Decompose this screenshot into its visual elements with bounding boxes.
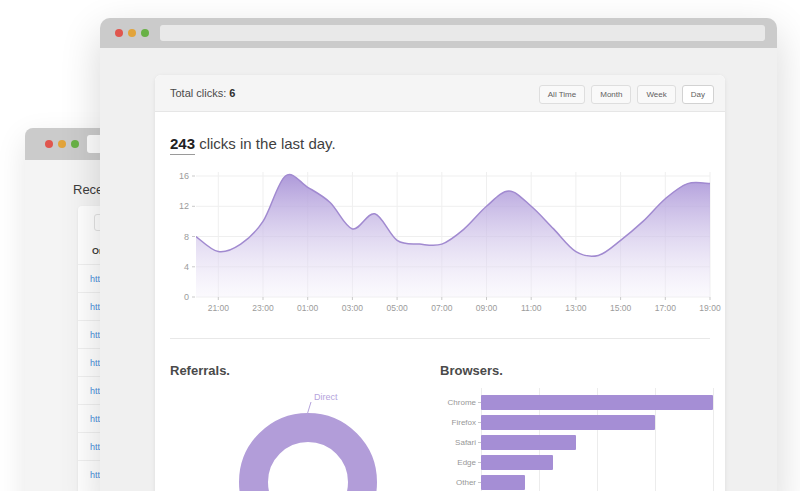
section-divider	[170, 338, 710, 339]
x-axis-label: 23:00	[252, 303, 274, 313]
bar-chrome	[481, 395, 713, 410]
close-button-icon[interactable]	[115, 29, 123, 37]
referrals-title: Referrals.	[170, 363, 230, 378]
bar-row: Safari	[440, 435, 725, 450]
front-url-bar[interactable]	[160, 25, 765, 41]
area-fill	[196, 175, 710, 297]
analytics-card: Total clicks: 6 All TimeMonthWeekDay 243…	[155, 75, 725, 491]
bar-edge	[481, 455, 553, 470]
page-background: Recent Search Original https:https:https…	[0, 0, 800, 491]
bar-row: Other	[440, 475, 725, 490]
donut-segment-label: Direct	[314, 392, 338, 402]
bar-firefox	[481, 415, 655, 430]
bar-safari	[481, 435, 576, 450]
browsers-title: Browsers.	[440, 363, 503, 378]
clicks-summary-text: clicks in the last day.	[195, 135, 336, 152]
y-axis-label: 12	[179, 201, 189, 211]
zoom-button-icon[interactable]	[71, 140, 79, 148]
total-clicks: Total clicks: 6	[170, 75, 235, 112]
x-axis-label: 21:00	[208, 303, 230, 313]
y-axis-label: 8	[184, 232, 189, 242]
bar-category-label: Other	[440, 475, 476, 490]
x-axis-label: 01:00	[297, 303, 319, 313]
bar-category-label: Firefox	[440, 415, 476, 430]
filter-button-week[interactable]: Week	[637, 85, 675, 104]
minimize-button-icon[interactable]	[58, 140, 66, 148]
x-axis-label: 13:00	[565, 303, 587, 313]
bar-category-label: Chrome	[440, 395, 476, 410]
bar-category-label: Edge	[440, 455, 476, 470]
y-axis-label: 0	[184, 292, 189, 302]
filter-button-day[interactable]: Day	[682, 85, 714, 104]
bar-row: Firefox	[440, 415, 725, 430]
referrals-donut-chart: Direct	[208, 382, 408, 491]
bar-row: Chrome	[440, 395, 725, 410]
x-axis-label: 17:00	[655, 303, 677, 313]
time-filter-group: All TimeMonthWeekDay	[533, 85, 714, 104]
front-window-titlebar	[100, 18, 777, 48]
x-axis-label: 03:00	[342, 303, 364, 313]
close-button-icon[interactable]	[45, 140, 53, 148]
clicks-area-series	[196, 175, 710, 297]
donut-ring	[254, 428, 363, 491]
x-axis-label: 09:00	[476, 303, 498, 313]
y-axis-label: 4	[184, 262, 189, 272]
browsers-bar-chart: ChromeFirefoxSafariEdgeOther	[440, 388, 725, 491]
total-clicks-label: Total clicks:	[170, 87, 226, 99]
bar-category-label: Safari	[440, 435, 476, 450]
front-browser-window: Total clicks: 6 All TimeMonthWeekDay 243…	[100, 18, 777, 491]
x-axis-label: 19:00	[699, 303, 721, 313]
filter-button-month[interactable]: Month	[591, 85, 631, 104]
filter-button-all-time[interactable]: All Time	[539, 85, 585, 104]
clicks-summary: 243 clicks in the last day.	[170, 135, 336, 152]
x-axis-label: 05:00	[386, 303, 408, 313]
x-axis-label: 15:00	[610, 303, 632, 313]
bar-other	[481, 475, 525, 490]
bar-row: Edge	[440, 455, 725, 470]
clicks-count: 243	[170, 135, 195, 155]
x-axis-label: 07:00	[431, 303, 453, 313]
minimize-button-icon[interactable]	[128, 29, 136, 37]
zoom-button-icon[interactable]	[141, 29, 149, 37]
x-axis-label: 11:00	[521, 303, 542, 313]
total-clicks-value: 6	[229, 87, 235, 99]
card-header: Total clicks: 6 All TimeMonthWeekDay	[155, 75, 725, 112]
y-axis-label: 16	[179, 171, 189, 181]
